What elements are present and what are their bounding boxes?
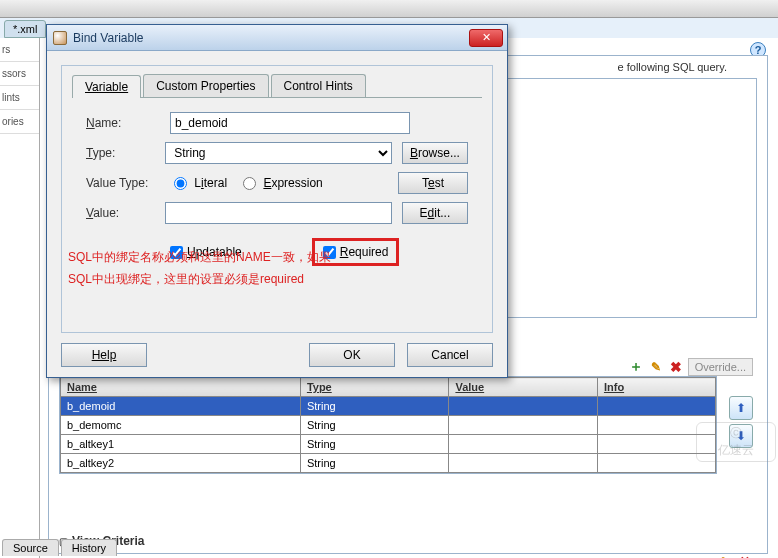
move-up-button[interactable]: ⬆ xyxy=(729,396,753,420)
cell-type: String xyxy=(300,454,449,473)
name-label: Name: xyxy=(86,116,170,130)
dialog-footer: Help OK Cancel xyxy=(61,343,493,367)
dialog-body: Variable Custom Properties Control Hints… xyxy=(61,65,493,333)
cell-type: String xyxy=(300,435,449,454)
col-info[interactable]: Info xyxy=(597,378,715,397)
cell-value xyxy=(449,454,598,473)
bottom-tabs: Source History xyxy=(2,539,117,556)
dialog-title: Bind Variable xyxy=(73,31,469,45)
sidebar-item[interactable]: ssors xyxy=(0,62,39,86)
cell-value xyxy=(449,435,598,454)
move-down-button[interactable]: ⬇ xyxy=(729,424,753,448)
cell-info xyxy=(597,454,715,473)
view-criteria-actions: ＋ ✎ ✖ xyxy=(697,554,753,558)
bind-variables-table: Name Type Value Info b_demoidStringb_dem… xyxy=(59,376,717,474)
bottom-tab-source[interactable]: Source xyxy=(2,539,59,556)
table-row[interactable]: b_demoidString xyxy=(61,397,716,416)
tab-custom-properties[interactable]: Custom Properties xyxy=(143,74,268,97)
ok-button[interactable]: OK xyxy=(309,343,395,367)
edit-icon[interactable]: ✎ xyxy=(648,359,664,375)
type-select[interactable]: String xyxy=(165,142,392,164)
cell-value xyxy=(449,397,598,416)
cancel-button[interactable]: Cancel xyxy=(407,343,493,367)
cell-name: b_demoid xyxy=(61,397,301,416)
add-icon[interactable]: ＋ xyxy=(628,359,644,375)
value-input[interactable] xyxy=(165,202,392,224)
sidebar-item[interactable]: ories xyxy=(0,110,39,134)
sidebar-item[interactable]: lints xyxy=(0,86,39,110)
bind-var-actions: ＋ ✎ ✖ Override... xyxy=(628,358,753,376)
override-button[interactable]: Override... xyxy=(688,358,753,376)
delete-icon[interactable]: ✖ xyxy=(737,554,753,558)
table-row[interactable]: b_altkey2String xyxy=(61,454,716,473)
col-type[interactable]: Type xyxy=(300,378,449,397)
tab-control-hints[interactable]: Control Hints xyxy=(271,74,366,97)
cell-info xyxy=(597,435,715,454)
literal-radio[interactable]: Literal xyxy=(174,176,227,190)
cell-name: b_demomc xyxy=(61,416,301,435)
browse-button[interactable]: Browse... xyxy=(402,142,468,164)
sidebar-item[interactable]: rs xyxy=(0,38,39,62)
expression-radio[interactable]: Expression xyxy=(243,176,323,190)
edit-button[interactable]: Edit... xyxy=(402,202,468,224)
cell-info xyxy=(597,397,715,416)
bg-hint-text: e following SQL query. xyxy=(618,61,727,73)
table-row[interactable]: b_altkey1String xyxy=(61,435,716,454)
bg-tab[interactable]: *.xml xyxy=(4,20,46,38)
cell-type: String xyxy=(300,397,449,416)
cell-type: String xyxy=(300,416,449,435)
table-header-row: Name Type Value Info xyxy=(61,378,716,397)
cell-info xyxy=(597,416,715,435)
test-button[interactable]: Test xyxy=(398,172,468,194)
delete-icon[interactable]: ✖ xyxy=(668,359,684,375)
table-row[interactable]: b_demomcString xyxy=(61,416,716,435)
dialog-titlebar[interactable]: Bind Variable ✕ xyxy=(47,25,507,51)
value-type-label: Value Type: xyxy=(86,176,170,190)
java-cup-icon xyxy=(53,31,67,45)
cell-name: b_altkey1 xyxy=(61,435,301,454)
bind-variable-dialog: Bind Variable ✕ Variable Custom Properti… xyxy=(46,24,508,378)
tab-variable[interactable]: Variable xyxy=(72,75,141,98)
col-value[interactable]: Value xyxy=(449,378,598,397)
cell-name: b_altkey2 xyxy=(61,454,301,473)
edit-icon[interactable]: ✎ xyxy=(717,554,733,558)
help-button[interactable]: Help xyxy=(61,343,147,367)
col-name[interactable]: Name xyxy=(61,378,301,397)
type-label: Type: xyxy=(86,146,165,160)
bg-left-panel: rs ssors lints ories xyxy=(0,38,40,558)
bottom-tab-history[interactable]: History xyxy=(61,539,117,556)
add-icon[interactable]: ＋ xyxy=(697,554,713,558)
annotation-note: SQL中的绑定名称必须和这里的NAME一致，如果 SQL中出现绑定，这里的设置必… xyxy=(68,246,486,290)
bg-tab-row: *.xml xyxy=(0,20,46,38)
reorder-buttons: ⬆ ⬇ xyxy=(729,396,753,448)
dialog-tabs: Variable Custom Properties Control Hints xyxy=(72,74,492,97)
name-input[interactable] xyxy=(170,112,410,134)
variable-form: Name: Type: String Browse... Value Type:… xyxy=(72,97,482,266)
close-button[interactable]: ✕ xyxy=(469,29,503,47)
bg-toolbar xyxy=(0,0,778,18)
value-label: Value: xyxy=(86,206,165,220)
cell-value xyxy=(449,416,598,435)
